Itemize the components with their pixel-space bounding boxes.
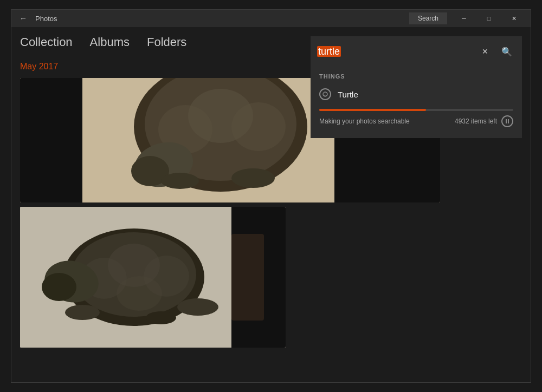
progress-label: Making your photos searchable	[319, 117, 410, 125]
search-title-button[interactable]: Search	[409, 12, 447, 24]
nav-folders[interactable]: Folders	[147, 33, 186, 51]
svg-point-6	[231, 102, 286, 151]
progress-text-row: Making your photos searchable 4932 items…	[319, 115, 513, 127]
title-bar-left: ← Photos	[16, 11, 409, 26]
app-window: ← Photos Search ─ □ ✕ Collection Albums …	[11, 9, 531, 383]
progress-section: Making your photos searchable 4932 items…	[311, 104, 522, 129]
window-controls: ─ □ ✕	[451, 10, 526, 27]
pause-bar-left	[506, 119, 507, 123]
svg-point-24	[146, 311, 176, 324]
back-button[interactable]: ←	[16, 11, 31, 26]
nav-collection[interactable]: Collection	[20, 33, 73, 51]
nav-albums[interactable]: Albums	[90, 33, 130, 51]
turtle-svg-2	[20, 207, 286, 348]
app-title: Photos	[35, 15, 57, 23]
nav-right: turtle ✕ 🔍 THINGS Turtle	[504, 36, 522, 48]
search-clear-button[interactable]: ✕	[476, 43, 494, 60]
search-section-things: THINGS	[311, 71, 522, 84]
search-overlay: turtle ✕ 🔍 THINGS Turtle	[311, 36, 522, 138]
title-bar-right: Search ─ □ ✕	[409, 10, 526, 27]
pause-icon	[506, 119, 509, 123]
maximize-button[interactable]: □	[476, 10, 501, 27]
svg-point-10	[231, 168, 275, 188]
pause-bar-right	[508, 119, 509, 123]
search-query-highlight: turtle	[317, 46, 341, 57]
pause-button[interactable]	[501, 115, 513, 127]
search-dropdown: THINGS Turtle	[311, 67, 522, 138]
svg-rect-26	[231, 234, 264, 321]
nav-bar: Collection Albums Folders turtle ✕ 🔍 THI…	[11, 27, 531, 57]
minimize-button[interactable]: ─	[451, 10, 476, 27]
progress-bar-fill	[319, 109, 426, 111]
turtle-image-2	[20, 207, 286, 348]
progress-items-count: 4932 items left	[455, 117, 497, 125]
close-button[interactable]: ✕	[501, 10, 526, 27]
svg-point-23	[65, 305, 100, 320]
search-submit-icon[interactable]: 🔍	[498, 43, 515, 60]
title-bar: ← Photos Search ─ □ ✕	[11, 10, 531, 27]
photo-turtle-2[interactable]	[20, 207, 286, 348]
progress-bar-container	[319, 109, 513, 111]
svg-point-19	[117, 276, 162, 311]
search-input-display[interactable]: turtle	[317, 46, 472, 57]
search-input-row: turtle ✕ 🔍	[311, 36, 522, 67]
svg-point-11	[161, 173, 199, 189]
suggestion-turtle-label: Turtle	[338, 90, 358, 99]
search-suggestion-turtle[interactable]: Turtle	[311, 84, 522, 104]
suggestion-turtle-icon	[319, 88, 331, 100]
svg-point-21	[42, 273, 76, 301]
svg-rect-2	[20, 78, 82, 202]
svg-point-22	[177, 298, 218, 316]
